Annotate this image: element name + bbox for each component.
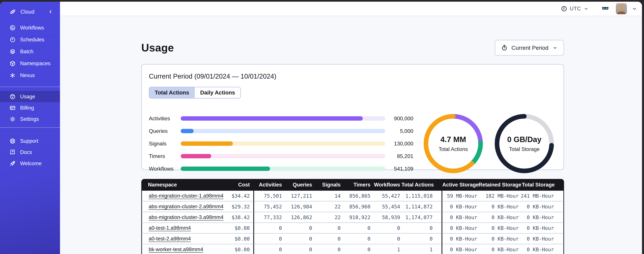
- sidebar-item-nexus[interactable]: Nexus: [0, 69, 60, 81]
- bar-track: [181, 116, 385, 121]
- bar-row-queries: Queries 5,000: [149, 128, 413, 134]
- total-storage-cell: 0 KB-Hour: [520, 244, 564, 254]
- sidebar-item-billing[interactable]: Billing: [0, 102, 60, 114]
- total-actions-cell: 1,114,872: [402, 202, 442, 212]
- namespace-link[interactable]: a0-test-2.a98mm4: [149, 236, 191, 242]
- sidebar-item-label: Welcome: [20, 160, 42, 166]
- schedules-icon: [10, 36, 16, 43]
- main-content: Usage Current Period Current Peri: [60, 16, 642, 254]
- timers-cell: 856,960: [342, 202, 372, 212]
- column-header-total-actions: Total Actions: [402, 179, 442, 191]
- signals-cell: 22: [314, 202, 342, 212]
- table-row: a0-test-2.a98mm4 $0.00 0 0 0 0 0 0 0 KB-…: [141, 234, 564, 244]
- sidebar-item-schedules[interactable]: Schedules: [0, 34, 60, 46]
- namespace-usage-table: Namespace Cost Activities Queries Signal…: [141, 179, 564, 254]
- total-actions-cell: 1,115,018: [402, 191, 442, 202]
- total-actions-donut-chart: 4.7 MM Total Actions: [418, 109, 489, 178]
- namespaces-cube-icon: [10, 60, 16, 67]
- tab-daily-actions[interactable]: Daily Actions: [194, 87, 240, 98]
- bar-value: 5,000: [385, 128, 413, 134]
- sidebar-item-label: Usage: [20, 94, 35, 100]
- feedback-glasses-icon[interactable]: [602, 5, 609, 12]
- sidebar-item-welcome[interactable]: Welcome: [0, 158, 60, 169]
- table-row: bk-worker-test.a98mm4 $0.00 0 0 0 0 1 1 …: [141, 244, 564, 254]
- active-storage-cell: 0 KB-Hour: [442, 202, 478, 212]
- donut-label: Total Storage: [489, 146, 560, 152]
- namespace-link[interactable]: bk-worker-test.a98mm4: [149, 246, 203, 252]
- actions-bar-chart: Activities 900,000 Queries 5,000 Signals: [149, 116, 413, 172]
- sidebar-item-usage[interactable]: Usage: [0, 91, 60, 102]
- tab-total-actions[interactable]: Total Actions: [149, 87, 194, 98]
- bar-row-activities: Activities 900,000: [149, 116, 413, 122]
- sidebar-item-workflows[interactable]: Workflows: [0, 22, 60, 34]
- sidebar-item-label: Namespaces: [20, 60, 50, 66]
- total-actions-cell: 0: [402, 234, 442, 244]
- bar-label: Timers: [149, 153, 181, 159]
- bar-track: [181, 154, 385, 158]
- retained-storage-cell: 0 KB-Hour: [478, 212, 520, 223]
- bar-label: Signals: [149, 140, 181, 147]
- sidebar-item-label: Support: [20, 138, 38, 144]
- timers-cell: 856,865: [342, 191, 372, 202]
- namespace-link[interactable]: abs-migration-cluster-1.a98mm4: [149, 193, 224, 199]
- account-menu-chevron-down-icon[interactable]: [631, 6, 638, 12]
- column-header-active-storage: Active Storage: [442, 179, 478, 191]
- signals-cell: 0: [314, 223, 342, 234]
- bar-fill: [181, 116, 363, 121]
- queries-cell: 0: [283, 244, 314, 254]
- table-header-row: Namespace Cost Activities Queries Signal…: [141, 179, 564, 191]
- activities-cell: 75,501: [254, 191, 283, 202]
- bar-track: [181, 129, 385, 133]
- total-storage-donut-chart: 0 GB/Day Total Storage: [489, 109, 560, 178]
- sidebar-item-label: Workflows: [20, 25, 44, 31]
- total-storage-cell: 0 KB-Hour: [520, 202, 564, 212]
- sidebar-brand[interactable]: Cloud: [0, 6, 60, 18]
- queries-cell: 0: [283, 223, 314, 234]
- cost-cell: $34.42: [223, 191, 254, 202]
- chevron-down-icon: [552, 45, 558, 50]
- column-header-signals: Signals: [314, 179, 342, 191]
- namespace-link[interactable]: abs-migration-cluster-3.a98mm4: [149, 214, 224, 220]
- period-selector-button[interactable]: Current Period: [495, 40, 564, 56]
- sidebar-item-support[interactable]: Support: [0, 136, 60, 146]
- activities-cell: 75,452: [254, 202, 283, 212]
- queries-cell: 126,984: [283, 202, 314, 212]
- retained-storage-cell: 0 KB-Hour: [478, 244, 520, 254]
- sidebar-item-settings[interactable]: Settings: [0, 114, 60, 125]
- workflows-cell: 55,454: [372, 202, 402, 212]
- sidebar-account-group: Usage Billing: [0, 91, 60, 125]
- bar-value: 541,109: [385, 166, 413, 172]
- user-avatar[interactable]: [616, 3, 627, 14]
- namespace-cell: abs-migration-cluster-1.a98mm4: [141, 191, 223, 202]
- timezone-label: UTC: [570, 6, 581, 12]
- sidebar-item-batch[interactable]: Batch: [0, 46, 60, 58]
- cost-cell: $0.00: [223, 234, 254, 244]
- sidebar-item-label: Batch: [20, 48, 33, 54]
- card-title: Current Period (09/01/2024 — 10/01/2024): [149, 72, 557, 80]
- bar-label: Workflows: [149, 166, 181, 172]
- cost-cell: $38.42: [223, 212, 254, 223]
- bar-fill: [181, 166, 270, 171]
- stopwatch-icon: [501, 44, 508, 51]
- activities-cell: 0: [254, 234, 283, 244]
- cost-cell: $0.00: [223, 223, 254, 234]
- retained-storage-cell: 0 KB-Hour: [478, 202, 520, 212]
- column-header-activities: Activities: [254, 179, 283, 191]
- settings-gear-icon: [10, 116, 16, 122]
- namespace-link[interactable]: abs-migration-cluster-2.a98mm4: [149, 204, 224, 210]
- sidebar-collapse-button[interactable]: [48, 9, 53, 14]
- bar-track: [181, 166, 385, 171]
- sidebar-item-label: Billing: [20, 105, 34, 111]
- bar-row-signals: Signals 130,000: [149, 140, 413, 147]
- namespace-cell: bk-worker-test.a98mm4: [141, 244, 223, 254]
- timers-cell: 0: [342, 223, 372, 234]
- sidebar-item-namespaces[interactable]: Namespaces: [0, 58, 60, 69]
- welcome-rocket-icon: [10, 160, 16, 167]
- actions-view-segmented-control: Total Actions Daily Actions: [149, 87, 241, 98]
- sidebar: Cloud Workflows: [0, 2, 60, 254]
- batch-layers-icon: [10, 48, 16, 55]
- namespace-link[interactable]: a0-test-1.a98mm4: [149, 225, 191, 231]
- usage-gauge-icon: [10, 94, 16, 100]
- timezone-selector[interactable]: UTC: [561, 5, 589, 12]
- sidebar-item-docs[interactable]: Docs: [0, 146, 60, 158]
